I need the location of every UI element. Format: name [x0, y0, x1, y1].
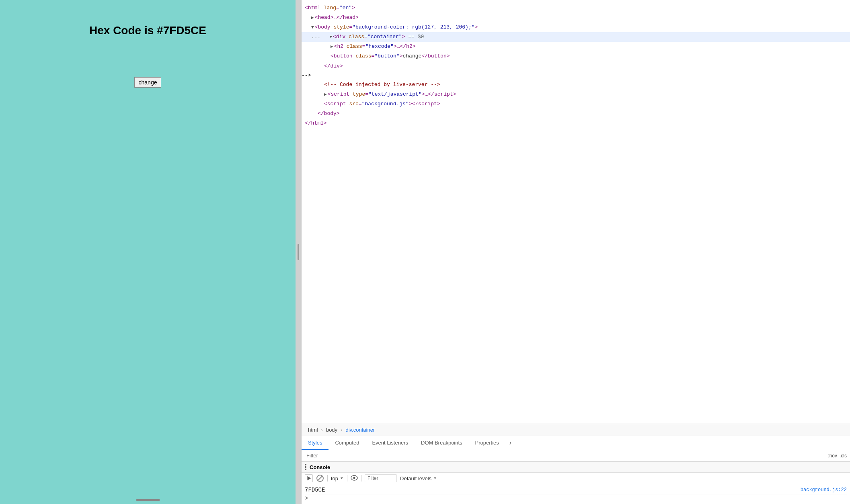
console-context-select[interactable]: top	[331, 475, 344, 481]
svg-point-5	[353, 477, 355, 479]
svg-marker-3	[341, 477, 343, 479]
console-output: 7FD5CE background.js:22 >	[302, 484, 850, 504]
dom-line-div-close[interactable]: </div>	[302, 61, 850, 71]
filter-bar: :hov .cls	[302, 450, 850, 461]
browser-panel: Hex Code is #7FD5CE change	[0, 0, 296, 504]
console-prompt-line[interactable]: >	[305, 494, 847, 502]
dots-indicator: ...	[311, 34, 320, 40]
console-filter-input[interactable]	[365, 474, 397, 482]
console-menu-dots[interactable]	[305, 464, 306, 470]
hex-code-heading: Hex Code is #7FD5CE	[89, 24, 206, 37]
dom-line-h2[interactable]: ▶<h2 class="hexcode">…</h2>	[302, 42, 850, 51]
filter-cls-btn[interactable]: .cls	[840, 453, 847, 459]
devtools-panel: <html lang="en"> ▶<head>…</head> ▼<body …	[301, 0, 850, 504]
console-toolbar: top Default levels	[302, 473, 850, 484]
dot-2	[305, 466, 306, 468]
dom-line-body[interactable]: ▼<body style="background-color: rgb(127,…	[302, 23, 850, 32]
styles-filter-input[interactable]	[305, 452, 828, 459]
dom-line-html-close[interactable]: </html>	[302, 119, 850, 128]
scrollbar-indicator	[136, 499, 160, 501]
breadcrumb-sep-1: ›	[321, 427, 323, 433]
change-button[interactable]: change	[134, 77, 162, 88]
dom-line-script-inline[interactable]: ▶<script type="text/javascript">…</scrip…	[302, 90, 850, 99]
console-log-source[interactable]: background.js:22	[801, 487, 847, 493]
filter-hov-btn[interactable]: :hov	[828, 453, 837, 459]
dom-line-container[interactable]: ... ▼<div class="container"> == $0	[302, 32, 850, 42]
breadcrumb-bar: html › body › div.container	[302, 424, 850, 436]
dom-inspector[interactable]: <html lang="en"> ▶<head>…</head> ▼<body …	[302, 0, 850, 424]
dom-line-head[interactable]: ▶<head>…</head>	[302, 13, 850, 23]
prompt-arrow-icon: >	[305, 495, 308, 502]
console-levels-select[interactable]: Default levels	[400, 475, 437, 481]
console-clear-button[interactable]	[316, 474, 324, 482]
tab-styles[interactable]: Styles	[302, 436, 329, 450]
divider-handle	[298, 244, 299, 260]
context-label: top	[331, 475, 338, 481]
tab-dom-breakpoints[interactable]: DOM Breakpoints	[415, 436, 469, 450]
console-execute-button[interactable]	[305, 474, 313, 482]
dom-line-button[interactable]: <button class="button">change</button>	[302, 51, 850, 61]
styles-tabs-bar: Styles Computed Event Listeners DOM Brea…	[302, 436, 850, 450]
dom-line-script-src[interactable]: <script src="background.js"></script>	[302, 99, 850, 109]
breadcrumb-body[interactable]: body	[324, 426, 339, 433]
dot-3	[305, 469, 306, 470]
breadcrumb-container[interactable]: div.container	[344, 426, 376, 433]
console-header: Console	[302, 462, 850, 473]
dom-line-html[interactable]: <html lang="en">	[302, 3, 850, 13]
console-log-value: 7FD5CE	[305, 487, 325, 493]
tab-properties[interactable]: Properties	[469, 436, 505, 450]
svg-marker-6	[434, 477, 436, 479]
console-eye-button[interactable]	[351, 475, 358, 482]
dot-1	[305, 464, 306, 465]
dom-line-body-close[interactable]: </body>	[302, 109, 850, 119]
dom-line-comment[interactable]: <!-- Code injected by live-server -->	[302, 80, 850, 90]
breadcrumb-sep-2: ›	[341, 427, 342, 433]
toolbar-separator-3	[361, 475, 361, 481]
svg-line-2	[318, 476, 322, 481]
panel-divider[interactable]	[296, 0, 301, 504]
console-label: Console	[310, 464, 330, 470]
levels-label: Default levels	[400, 475, 431, 481]
breadcrumb-html[interactable]: html	[306, 426, 320, 433]
page-content: Hex Code is #7FD5CE change	[0, 0, 296, 504]
console-log-entry: 7FD5CE background.js:22	[305, 486, 847, 494]
toolbar-separator-1	[327, 475, 328, 481]
tab-computed[interactable]: Computed	[329, 436, 365, 450]
svg-marker-0	[308, 476, 311, 481]
console-section: Console top	[302, 461, 850, 504]
tab-more[interactable]: ›	[505, 436, 515, 450]
tab-event-listeners[interactable]: Event Listeners	[365, 436, 415, 450]
toolbar-separator-2	[347, 475, 347, 481]
